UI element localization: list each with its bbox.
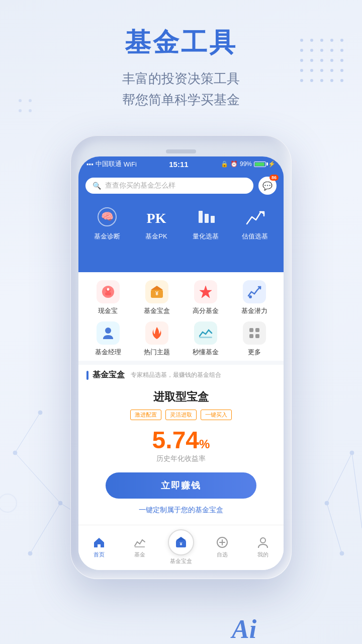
cta-button[interactable]: 立即赚钱 [106,472,257,499]
svg-marker-70 [176,537,186,540]
svg-point-62 [105,328,111,334]
svg-point-29 [13,451,17,455]
watchlist-icon [216,536,229,549]
rate-percent: % [199,437,210,451]
customize-link[interactable]: 一键定制属于您的基金宝盒 [86,506,276,515]
svg-point-33 [38,411,42,415]
nav-watchlist[interactable]: 自选 [202,536,243,558]
svg-point-30 [58,501,62,505]
tag-aggressive: 激进配置 [130,410,161,420]
cash-icon [97,280,120,303]
nav-home[interactable]: 首页 [78,536,120,558]
app-header: 🔍 查查你买的基金怎么样 💬 86 🧠 [78,172,284,272]
top-tools-row: 🧠 基金诊断 PK 基金PK [78,200,284,249]
grid-item-more[interactable]: 更多 [230,321,279,357]
grid-item-cash[interactable]: 现金宝 [83,280,132,315]
diagnosis-icon: 🧠 [95,205,119,229]
grid-label-more: 更多 [248,348,261,357]
grid-label-potential: 基金潜力 [241,306,267,315]
svg-rect-67 [255,334,259,338]
fund-nav-icon [133,536,146,549]
svg-rect-63 [199,337,212,338]
home-icon [93,536,106,549]
chat-icon: 💬 [262,181,273,191]
tag-oneclick: 一键买入 [201,410,232,420]
rate-label: 历史年化收益率 [86,454,276,463]
battery-icon [254,162,266,167]
grid-item-manager[interactable]: 基金经理 [83,321,132,357]
svg-text:🧠: 🧠 [101,210,114,222]
section-bar [86,371,88,380]
tool-label-diagnosis: 基金诊断 [94,232,120,241]
potential-icon [243,280,266,303]
fund-card: 进取型宝盒 激进配置 灵活进取 一键买入 5.74% 历史年化收益率 立即赚钱 … [78,383,284,525]
tool-item-valuation[interactable]: 估值选基 [230,205,280,241]
status-carrier: ▪▪▪ 中国联通 WiFi [86,159,137,169]
grid-label-fundbox: 基金宝盒 [144,306,170,315]
status-icons: 🔒 ⏰ 99% ⚡ [221,160,276,168]
svg-point-31 [28,551,32,555]
chat-button[interactable]: 💬 86 [258,177,277,195]
nav-fund[interactable]: 基金 [120,536,161,558]
svg-line-37 [327,503,342,553]
hottheme-icon [145,321,168,345]
svg-point-39 [350,451,354,455]
bottom-nav: 首页 基金 [78,525,284,570]
svg-point-40 [340,551,344,555]
search-input[interactable]: 🔍 查查你买的基金怎么样 [85,178,253,194]
svg-point-38 [325,501,329,505]
svg-line-35 [327,453,352,503]
grid-item-understand[interactable]: 秒懂基金 [181,321,230,357]
phone-outer: ▪▪▪ 中国联通 WiFi 15:11 🔒 ⏰ 99% ⚡ [70,135,292,579]
icon-grid: 现金宝 ¥ 基金宝盒 [78,272,284,361]
grid-label-hottheme: 热门主题 [144,348,170,357]
quant-icon [194,205,218,229]
svg-line-36 [352,453,362,528]
fund-card-title: 进取型宝盒 [86,389,276,405]
svg-point-61 [249,295,252,298]
svg-rect-51 [211,216,215,223]
svg-line-25 [15,453,60,503]
rate-display: 5.74% [86,428,276,452]
svg-point-34 [0,494,17,512]
valuation-icon [243,205,267,229]
grid-label-manager: 基金经理 [95,348,121,357]
grid-label-understand: 秒懂基金 [193,348,219,357]
grid-item-potential[interactable]: 基金潜力 [230,280,279,315]
tool-item-pk[interactable]: PK 基金PK [132,205,181,241]
phone-screen: ▪▪▪ 中国联通 WiFi 15:11 🔒 ⏰ 99% ⚡ [78,156,284,570]
svg-point-75 [260,538,265,543]
nav-profile[interactable]: 我的 [242,536,284,558]
fundbox-nav-icon: ¥ [168,529,194,555]
grid-item-highscore[interactable]: 高分基金 [181,280,230,315]
grid-item-fundbox[interactable]: ¥ 基金宝盒 [132,280,181,315]
nav-label-profile: 我的 [257,551,268,558]
grid-item-hottheme[interactable]: 热门主题 [132,321,181,357]
nav-label-home: 首页 [94,551,105,558]
tool-item-diagnosis[interactable]: 🧠 基金诊断 [82,205,132,241]
nav-fundbox-special[interactable]: ¥ 基金宝盒 [160,529,202,565]
phone-mockup: ▪▪▪ 中国联通 WiFi 15:11 🔒 ⏰ 99% ⚡ [70,135,292,579]
search-bar-container: 🔍 查查你买的基金怎么样 💬 86 [78,172,284,200]
svg-line-26 [30,503,60,553]
nav-label-watchlist: 自选 [217,551,228,558]
more-icon [243,321,266,345]
page-subtitle: 丰富的投资决策工具 帮您简单科学买基金 [0,68,362,110]
svg-text:¥: ¥ [155,290,158,296]
svg-text:PK: PK [147,210,166,226]
svg-marker-57 [151,286,163,290]
understand-icon [194,321,217,345]
grid-label-cash: 现金宝 [98,306,118,315]
highscore-icon [194,280,217,303]
svg-line-28 [15,413,40,453]
svg-point-55 [107,288,109,291]
svg-rect-49 [199,211,203,223]
pk-icon: PK [144,205,168,229]
svg-text:¥: ¥ [179,541,182,546]
status-time: 15:11 [169,160,188,169]
svg-rect-54 [105,292,111,295]
tool-item-quant[interactable]: 量化选基 [181,205,230,241]
chat-badge: 86 [269,175,279,181]
tool-label-quant: 量化选基 [193,232,219,241]
fundbox-icon: ¥ [145,280,168,303]
